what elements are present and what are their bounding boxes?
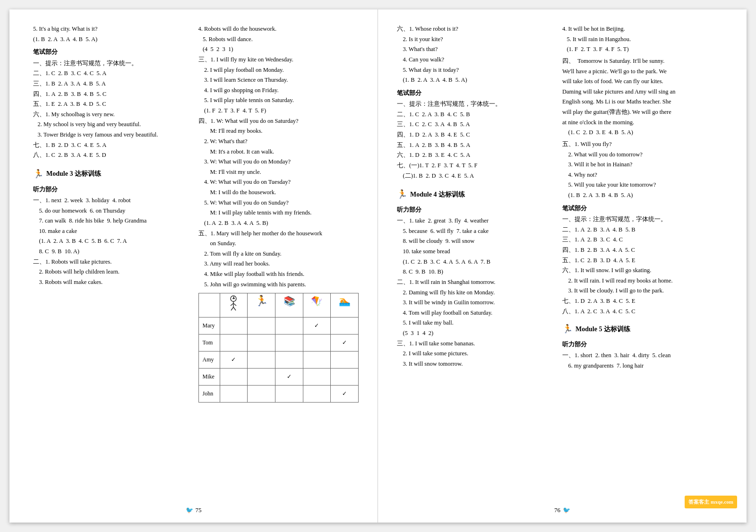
svg-text:📚: 📚 bbox=[283, 295, 295, 307]
yi-note: 一、提示：注意书写规范，字体统一。 bbox=[33, 59, 194, 69]
mike-col1 bbox=[220, 368, 248, 385]
page-number-left: 🐦 75 bbox=[186, 505, 202, 515]
m4-tinglibufen: 听力部分 bbox=[397, 205, 558, 215]
mary-col5 bbox=[331, 317, 359, 334]
rp-yi: 一、提示：注意书写规范，字体统一。 bbox=[397, 99, 558, 109]
liu-1: 六、1. My schoolbag is very new. bbox=[33, 110, 194, 120]
item-5city: 5. It's a big city. What is it? bbox=[33, 24, 194, 34]
activity-table: ♟ 🏃 📚 bbox=[198, 293, 359, 403]
module3-title: 🏃 Module 3 达标训练 bbox=[33, 167, 194, 181]
amy-col1: ✓ bbox=[220, 351, 248, 368]
robots-5: 5. Robots will dance. bbox=[198, 34, 359, 44]
m4-er-3: 3. It will be windy in Guilin tomorrow. bbox=[397, 298, 558, 308]
mike-col3: ✓ bbox=[275, 368, 303, 385]
rpr-si-4: English song. Ms Li is our Maths teacher… bbox=[562, 97, 723, 107]
rp-er: 二、1. C 2. A 3. B 4. C 5. B bbox=[397, 110, 558, 120]
header-name bbox=[198, 293, 220, 317]
ba-ans: 八、1. C 2. B 3. A 4. E 5. D bbox=[33, 150, 194, 160]
watermark: 答案客主 mxqe.com bbox=[685, 496, 737, 508]
m3-si-3m: M: I'll visit my uncle. bbox=[198, 167, 359, 177]
m4-yi-4: 10. take some bread bbox=[397, 247, 558, 257]
table-row-john: John ✓ bbox=[198, 385, 359, 402]
table-row-tom: Tom ✓ bbox=[198, 334, 359, 351]
table-row-mike: Mike ✓ bbox=[198, 368, 359, 385]
module5-label: Module 5 达标训练 bbox=[576, 324, 630, 335]
m4-yi-2: 5. because 6. will fly 7. take a cake bbox=[397, 226, 558, 236]
rpr-si-1: We'll have a picnic. We'll go to the par… bbox=[562, 67, 723, 77]
table-row-mary: Mary ✓ bbox=[198, 317, 359, 334]
m3-er-3: 3. Robots will make cakes. bbox=[33, 277, 194, 287]
rpr-ba: 八、1. A 2. C 3. A 4. C 5. C bbox=[562, 307, 723, 317]
rpr-qi: 七、1. D 2. A 3. B 4. C 5. E bbox=[562, 296, 723, 306]
tom-col4 bbox=[303, 334, 331, 351]
m3-si-1w: 四、1. W: What will you do on Saturday? bbox=[198, 116, 359, 126]
rpr-bishidufen: 笔试部分 bbox=[562, 203, 723, 213]
m3-san-ans: (1. F 2. T 3. F 4. T 5. F) bbox=[198, 106, 359, 116]
john-col4 bbox=[303, 385, 331, 402]
m3-yi-4: 10. make a cake bbox=[33, 226, 194, 236]
module3-section: 🏃 Module 3 达标训练 听力部分 一、1. next 2. week 3… bbox=[33, 167, 194, 287]
m3-si-5m: M: I will play table tennis with my frie… bbox=[198, 208, 359, 218]
rpr-si-intro: 四、 Tomorrow is Saturday. It'll be sunny. bbox=[562, 56, 723, 66]
svg-text:🏃: 🏃 bbox=[255, 295, 268, 307]
er-ans: 二、1. C 2. B 3. C 4. C 5. A bbox=[33, 69, 194, 78]
m4-er-4: 4. Tom will play football on Saturday. bbox=[397, 308, 558, 318]
rpr-er: 二、1. A 2. B 3. A 4. B 5. B bbox=[562, 225, 723, 235]
m4-er-2: 2. Daming will fly his kite on Monday. bbox=[397, 288, 558, 298]
rpr-wu-3: 3. Will it be hot in Hainan? bbox=[562, 160, 723, 170]
m4-er-1: 二、1. It will rain in Shanghai tomorrow. bbox=[397, 277, 558, 287]
wu-ans: 五、1. E 2. A 3. B 4. D 5. C bbox=[33, 99, 194, 109]
rpr-4: 4. It will be hot in Beijing. bbox=[562, 24, 723, 34]
rpr-si-5: will play the guitar(弹吉他). We will go th… bbox=[562, 107, 723, 117]
rpr-si2: 四、1. B 2. B 3. A 4. A 5. C bbox=[562, 245, 723, 255]
right-page-num: 76 bbox=[554, 505, 560, 515]
m4-yi-ans1: (1. C 2. B 3. C 4. A 5. A 6. A 7. B bbox=[397, 257, 558, 267]
mary-col1 bbox=[220, 317, 248, 334]
svg-text:🪁: 🪁 bbox=[311, 295, 323, 307]
m3-si-3w: 3. W: What will you do on Monday? bbox=[198, 157, 359, 167]
m3-wu-2: 2. Tom will fly a kite on Sunday. bbox=[198, 249, 359, 259]
m3-wu-5: 5. John will go swimming with his parent… bbox=[198, 280, 359, 290]
mary-col4: ✓ bbox=[303, 317, 331, 334]
rp-liu-ans: (1. B 2. A 3. A 4. B 5. A) bbox=[397, 75, 558, 85]
m5-yi-2: 6. my grandparents 7. long hair bbox=[562, 361, 723, 371]
m3-san-2: 2. I will play football on Monday. bbox=[198, 65, 359, 75]
m3-wu-1b: on Sunday. bbox=[198, 239, 359, 249]
rp-san: 三、1. C 2. C 3. A 4. B 5. A bbox=[397, 120, 558, 129]
module5-section: 🏃 Module 5 达标训练 听力部分 一、1. short 2. then … bbox=[562, 322, 723, 370]
tom-col1 bbox=[220, 334, 248, 351]
john-col5: ✓ bbox=[331, 385, 359, 402]
rp-liu-1: 六、1. Whose robot is it? bbox=[397, 24, 558, 34]
rpr-wu-5: 5. Will you take your kite tomorrow? bbox=[562, 180, 723, 190]
rp-liu-2: 2. Is it your kite? bbox=[397, 34, 558, 44]
m3-san-4: 4. I will go shopping on Friday. bbox=[198, 86, 359, 95]
header-icon1: ♟ bbox=[220, 293, 248, 317]
m4-san-2: 2. I will take some pictures. bbox=[397, 349, 558, 359]
name-tom: Tom bbox=[198, 334, 220, 351]
mary-col2 bbox=[248, 317, 275, 334]
m3-si-2w: 2. W: What's that? bbox=[198, 137, 359, 146]
qi-ans: 七、1. B 2. D 3. C 4. E 5. A bbox=[33, 140, 194, 150]
right-page-left-col: 六、1. Whose robot is it? 2. Is it your ki… bbox=[397, 24, 558, 371]
m4-yi-3: 8. will be cloudy 9. will snow bbox=[397, 236, 558, 246]
svg-line-3 bbox=[233, 303, 236, 306]
header-icon4: 🪁 bbox=[303, 293, 331, 317]
svg-line-4 bbox=[231, 307, 233, 310]
rpr-wu2: 五、1. C 2. B 3. D 4. A 5. E bbox=[562, 256, 723, 266]
rpr-wu-2: 2. What will you do tomorrow? bbox=[562, 150, 723, 160]
table-header-row: ♟ 🏃 📚 bbox=[198, 293, 359, 317]
svg-text:🏊: 🏊 bbox=[339, 295, 351, 307]
rp-liu2: 六、1. D 2. B 3. E 4. C 5. A bbox=[397, 150, 558, 160]
bird-icon-left: 🐦 bbox=[186, 505, 193, 515]
m3-si-5w: 5. W: What will you do on Sunday? bbox=[198, 198, 359, 208]
rpr-san: 三、1. A 2. B 3. C 4. C bbox=[562, 235, 723, 245]
right-col-leftpage: 4. Robots will do the housework. 5. Robo… bbox=[198, 24, 359, 406]
tinglibufen-m3: 听力部分 bbox=[33, 184, 194, 194]
rpr-liu-1: 六、1. It will snow. I will go skating. bbox=[562, 266, 723, 275]
m3-er-2: 2. Robots will help children learn. bbox=[33, 267, 194, 277]
m4-yi-1: 一、1. take 2. great 3. fly 4. weather bbox=[397, 216, 558, 226]
mike-col5 bbox=[331, 368, 359, 385]
module3-label: Module 3 达标训练 bbox=[46, 168, 101, 180]
san-ans: 三、1. B 2. A 3. A 4. B 5. A bbox=[33, 79, 194, 89]
mary-col3 bbox=[275, 317, 303, 334]
